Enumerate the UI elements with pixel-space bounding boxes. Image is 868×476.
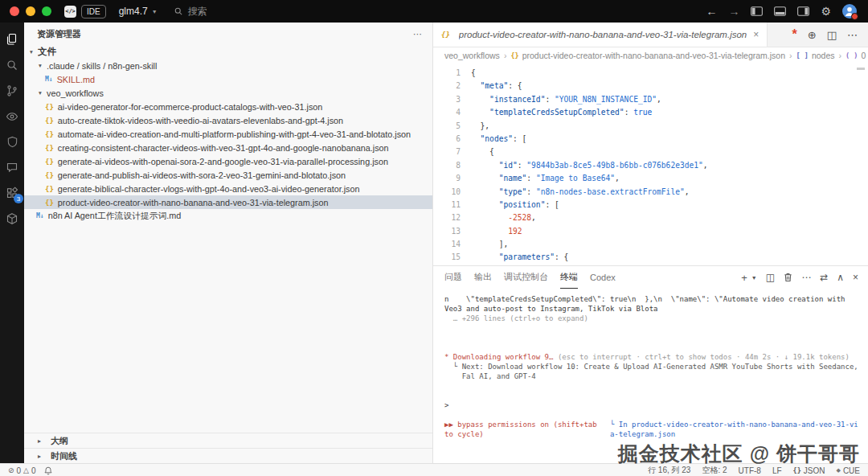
status-bar: ⊘ 0 △ 0 行 16, 列 23 空格: 2 UTF-8 LF {} JSO… [0, 463, 868, 476]
global-search[interactable]: 搜索 [174, 5, 207, 18]
preview-eye-icon[interactable] [6, 110, 18, 123]
tree-folder[interactable]: ▾.claude / skills / n8n-gen-skill [24, 59, 432, 72]
more-actions-icon[interactable]: ⋯ [847, 30, 858, 40]
eol-setting[interactable]: LF [772, 466, 782, 475]
tree-item-label: auto-create-tiktok-videos-with-veedio-ai… [58, 116, 343, 125]
maximize-panel-icon[interactable]: ∧ [837, 273, 844, 282]
model-selector[interactable]: glm4.7 ▼ [119, 6, 158, 17]
new-terminal-button[interactable]: + [741, 273, 747, 283]
tree-file[interactable]: {}product-video-creator-with-nano-banana… [24, 195, 432, 209]
source-control-icon[interactable] [6, 84, 18, 97]
ide-badge: IDE [81, 5, 106, 18]
tree-file[interactable]: {}generate-ai-videos-with-openai-sora-2-… [24, 154, 432, 168]
breadcrumb-item[interactable]: [ ]nodes [796, 51, 835, 60]
timeline-section[interactable]: ▸ 时间线 [24, 448, 432, 463]
terminal-line [444, 391, 857, 400]
json-file-icon: {} [45, 199, 54, 207]
tree-item-label: generate-biblical-character-vlogs-with-g… [58, 184, 360, 194]
code-line: 8 "id": "9844b3ab-8ce5-49b8-b6bb-c076b62… [433, 159, 868, 172]
array-symbol-icon: [ ] [796, 51, 809, 60]
tree-file[interactable]: {}auto-create-tiktok-videos-with-veedio-… [24, 113, 432, 127]
tree-file[interactable]: {}generate-and-publish-ai-videos-with-so… [24, 168, 432, 182]
json-file-icon: {} [441, 31, 450, 39]
language-label: JSON [804, 466, 825, 475]
warning-icon: △ [23, 467, 29, 474]
tree-file[interactable]: M↓SKILL.md [24, 72, 432, 86]
assistant-star-icon[interactable]: * [792, 28, 797, 41]
error-icon: ⊘ [8, 467, 14, 474]
settings-gear-icon[interactable]: ⚙ [821, 6, 831, 17]
breadcrumb-label: 0 [861, 51, 866, 60]
line-number: 9 [433, 172, 471, 185]
line-number: 8 [433, 159, 471, 172]
line-number: 5 [433, 120, 471, 133]
close-window-button[interactable] [10, 6, 19, 16]
breadcrumb-item[interactable]: {}product-video-creator-with-nano-banana… [510, 51, 785, 60]
editor-tab[interactable]: {} product-video-creator-with-nano-banan… [433, 23, 768, 47]
chat-icon[interactable] [6, 161, 18, 174]
indentation-setting[interactable]: 空格: 2 [702, 465, 727, 476]
close-tab-icon[interactable]: × [753, 29, 759, 40]
panel-tab[interactable]: 问题 [444, 266, 462, 289]
assistant-indicator[interactable]: ◆ CUE [836, 466, 860, 475]
back-button[interactable]: ← [706, 6, 717, 17]
tree-folder[interactable]: ▾veo_workflows [24, 86, 432, 100]
tree-file[interactable]: {}creating-consistent-character-videos-w… [24, 141, 432, 154]
line-number: 11 [433, 199, 471, 211]
outline-section[interactable]: ▸ 大纲 [24, 433, 432, 448]
language-mode[interactable]: {} JSON [793, 466, 825, 475]
editor-area: {} product-video-creator-with-nano-banan… [433, 23, 868, 463]
json-file-icon: {} [45, 144, 54, 152]
breadcrumb-item[interactable]: ( )0 [845, 51, 866, 60]
extensions-icon[interactable]: 3 [6, 187, 18, 199]
terminal-output[interactable]: n \"templateCredsSetupCompleted\": true\… [433, 289, 868, 463]
toggle-bottom-panel-button[interactable] [774, 6, 786, 16]
split-terminal-icon[interactable]: ◫ [766, 273, 775, 282]
panel-tab[interactable]: Codex [590, 266, 616, 289]
close-panel-icon[interactable]: × [853, 273, 858, 282]
panel-tab[interactable]: 输出 [474, 266, 492, 289]
panel-tab[interactable]: 终端 [560, 266, 578, 289]
package-icon[interactable] [6, 212, 18, 225]
toggle-left-sidebar-button[interactable] [751, 6, 763, 16]
forward-button[interactable]: → [728, 6, 739, 17]
tree-item-label: SKILL.md [57, 75, 95, 84]
explorer-icon[interactable] [6, 33, 18, 46]
code-line: 9 "name": "Image to Base64", [433, 172, 868, 185]
cursor-position[interactable]: 行 16, 列 23 [648, 465, 690, 476]
line-number: 4 [433, 106, 471, 119]
maximize-window-button[interactable] [42, 6, 51, 16]
tree-file[interactable]: {}generate-biblical-character-vlogs-with… [24, 182, 432, 195]
kill-terminal-icon[interactable] [784, 273, 792, 282]
tree-folder[interactable]: ▾文件 [24, 45, 432, 59]
bell-icon[interactable] [44, 466, 52, 475]
panel-tab-bar: 问题输出调试控制台终端Codex + ▼ ◫ ⋯ ⇄ ∧ × [433, 266, 868, 289]
titlebar: </> IDE glm4.7 ▼ 搜索 ← → ⚙ [0, 0, 868, 23]
breadcrumb-item[interactable]: veo_workflows [444, 51, 500, 60]
panel-tab[interactable]: 调试控制台 [504, 266, 548, 289]
tree-file[interactable]: {}ai-video-generator-for-ecommerce-produ… [24, 100, 432, 113]
more-actions-icon[interactable]: ⋯ [413, 29, 423, 39]
browser-preview-icon[interactable]: ⊕ [808, 30, 817, 40]
outline-section-label: 大纲 [51, 435, 68, 447]
model-selector-label: glm4.7 [119, 6, 148, 17]
activity-bar: 3 [0, 23, 24, 463]
breadcrumb-label: product-video-creator-with-nano-banana-a… [522, 51, 785, 60]
move-panel-icon[interactable]: ⇄ [820, 273, 828, 282]
problems-indicator[interactable]: ⊘ 0 △ 0 [8, 466, 36, 475]
bottom-panel: 问题输出调试控制台终端Codex + ▼ ◫ ⋯ ⇄ ∧ × n [433, 265, 868, 463]
tree-file[interactable]: {}automate-ai-video-creation-and-multi-p… [24, 127, 432, 141]
search-sidebar-icon[interactable] [6, 59, 18, 72]
sidebar-bottom-sections: ▸ 大纲 ▸ 时间线 [24, 433, 432, 463]
toggle-right-sidebar-button[interactable] [797, 6, 809, 16]
line-number: 2 [433, 80, 471, 92]
security-shield-icon[interactable] [6, 136, 18, 148]
more-actions-icon[interactable]: ⋯ [801, 273, 811, 282]
terminal-dropdown-icon[interactable]: ▼ [751, 275, 757, 281]
encoding-setting[interactable]: UTF-8 [739, 466, 761, 475]
user-avatar[interactable] [842, 4, 857, 18]
minimize-window-button[interactable] [26, 6, 35, 16]
tree-file[interactable]: M↓n8n AI Agent工作流设计提示词.md [24, 209, 432, 223]
split-editor-icon[interactable]: ◫ [827, 30, 837, 40]
code-editor[interactable]: 1{2 "meta": {3 "instanceId": "YOUR_N8N_I… [433, 64, 868, 265]
